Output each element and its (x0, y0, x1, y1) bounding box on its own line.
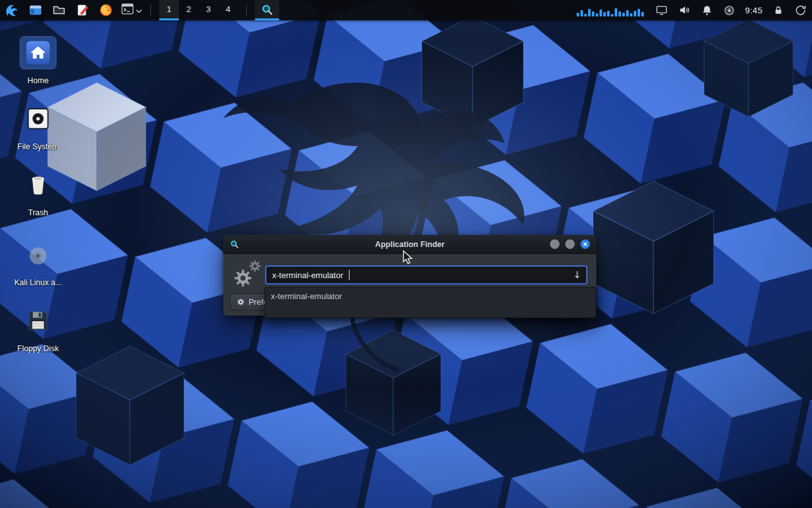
desktop-icon-label: Kali Linux a... (14, 278, 62, 287)
trash-icon (20, 169, 56, 201)
desktop-icon-label: File System (17, 142, 58, 151)
top-panel: 1 2 3 4 9:45 (0, 0, 812, 20)
workspace-3[interactable]: 3 (199, 0, 218, 20)
application-finder-window: Application Finder x-terminal-emulator ↓… (223, 235, 596, 316)
window-title: Application Finder (223, 240, 596, 249)
close-button[interactable] (580, 239, 590, 249)
window-app-finder-icon (230, 239, 239, 251)
updates-indicator-icon[interactable] (723, 4, 735, 17)
terminal-icon (121, 2, 134, 18)
completion-dropdown: x-terminal-emulator (265, 287, 596, 318)
desktop-icon-label: Home (27, 76, 48, 85)
display-icon[interactable] (655, 4, 668, 17)
clock[interactable]: 9:45 (745, 6, 763, 15)
window-titlebar[interactable]: Application Finder (223, 235, 596, 254)
network-monitor-widget[interactable] (577, 4, 645, 17)
volume-icon[interactable] (678, 4, 691, 17)
desktop-icon-label: Trash (28, 208, 48, 217)
gear-icon (237, 298, 245, 306)
file-system-icon (20, 103, 56, 135)
lock-icon[interactable] (773, 4, 784, 16)
app-finder-gears-icon (233, 259, 263, 288)
home-icon (20, 37, 56, 69)
close-icon (582, 241, 588, 247)
search-input-value: x-terminal-emulator (272, 271, 343, 280)
maximize-button[interactable] (565, 239, 575, 249)
kali-menu-icon[interactable] (3, 1, 21, 19)
desktop-icon-kali-cd[interactable]: Kali Linux a... (8, 241, 69, 287)
floppy-icon (20, 305, 56, 337)
folder-icon[interactable] (50, 1, 68, 19)
desktop-icon-floppy[interactable]: Floppy Disk (8, 305, 69, 353)
dropdown-item[interactable]: x-terminal-emulator (265, 288, 596, 305)
taskbar-application-finder[interactable] (255, 0, 279, 20)
text-editor-icon[interactable] (74, 1, 91, 19)
disc-icon (22, 241, 55, 271)
logout-icon[interactable] (794, 4, 807, 17)
notifications-bell-icon[interactable] (701, 4, 713, 17)
workspace-4[interactable]: 4 (218, 0, 238, 20)
desktop-icon-trash[interactable]: Trash (8, 169, 69, 217)
workspace-switcher: 1 2 3 4 (159, 0, 238, 20)
workspace-2[interactable]: 2 (179, 0, 199, 20)
search-input[interactable]: x-terminal-emulator ↓ (265, 265, 587, 284)
text-caret (349, 270, 350, 280)
workspace-1[interactable]: 1 (159, 0, 179, 20)
desktop-icon-label: Floppy Disk (17, 344, 58, 353)
chevron-down-icon[interactable] (136, 4, 142, 16)
panel-separator (150, 4, 151, 16)
file-manager-icon[interactable] (27, 1, 44, 19)
desktop-icon-home[interactable]: Home (8, 37, 69, 85)
app-finder-icon (261, 3, 273, 16)
combo-arrow-icon[interactable]: ↓ (573, 269, 581, 281)
minimize-button[interactable] (550, 239, 560, 249)
terminal-launcher[interactable] (121, 2, 142, 18)
desktop-icon-file-system[interactable]: File System (8, 103, 69, 151)
firefox-icon[interactable] (97, 1, 115, 19)
panel-separator (246, 4, 247, 16)
